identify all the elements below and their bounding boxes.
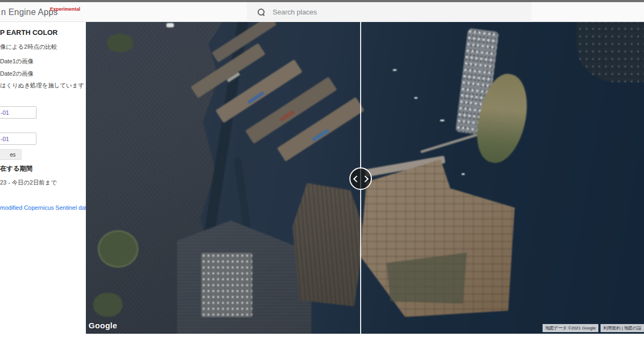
park-oval bbox=[98, 230, 138, 268]
window-bottom-edge bbox=[0, 334, 644, 338]
experimental-badge: Experimental bbox=[50, 6, 80, 12]
park-patch bbox=[93, 293, 122, 317]
panel-description-line: Date1の画像 bbox=[0, 57, 34, 65]
building bbox=[166, 23, 174, 27]
app-window: n Engine Apps Experimental P EARTH COLOR… bbox=[0, 0, 644, 338]
park-patch bbox=[107, 34, 133, 52]
sidebar-panel: P EARTH COLOR 像による2時点の比較 Date1の画像 Date2の… bbox=[0, 22, 86, 338]
ship bbox=[393, 69, 397, 71]
copernicus-attribution-link[interactable]: modified Copernicus Sentinel data bbox=[0, 204, 90, 211]
panel-description-line: Date2の画像 bbox=[0, 70, 34, 78]
apply-button[interactable]: es bbox=[0, 149, 21, 160]
panel-title: P EARTH COLOR bbox=[0, 28, 57, 36]
header-bar: n Engine Apps Experimental bbox=[0, 2, 644, 22]
swipe-handle[interactable] bbox=[349, 167, 372, 190]
map-attribution: 地図データ ©2021 Google 利用規約 | 地図の誤 bbox=[543, 324, 644, 332]
storage-tank-cluster bbox=[201, 253, 252, 317]
port-peninsula bbox=[292, 183, 365, 306]
ship bbox=[440, 120, 444, 121]
search-icon bbox=[258, 9, 265, 16]
chevron-right-icon bbox=[362, 175, 369, 182]
chevron-left-icon bbox=[353, 175, 360, 182]
search-bar[interactable] bbox=[247, 2, 531, 22]
date2-input[interactable] bbox=[0, 133, 36, 145]
period-value: 23 - 今日の2日前まで bbox=[0, 179, 57, 187]
panel-description-line: はくりぬき処理を施しています bbox=[0, 82, 84, 90]
app-title: n Engine Apps bbox=[1, 8, 58, 17]
ship bbox=[414, 97, 418, 99]
panel-description-line: 像による2時点の比較 bbox=[0, 43, 57, 51]
search-input[interactable] bbox=[273, 8, 509, 16]
period-heading: 在する期間 bbox=[0, 164, 33, 173]
map-viewport[interactable]: Google 地図データ ©2021 Google 利用規約 | 地図の誤 bbox=[86, 22, 644, 334]
map-data-copyright: 地図データ ©2021 Google bbox=[543, 324, 598, 332]
google-logo[interactable]: Google bbox=[89, 321, 117, 330]
terms-of-use-link[interactable]: 利用規約 | 地図の誤 bbox=[601, 324, 644, 332]
ship bbox=[462, 173, 465, 175]
date1-input[interactable] bbox=[0, 106, 36, 119]
